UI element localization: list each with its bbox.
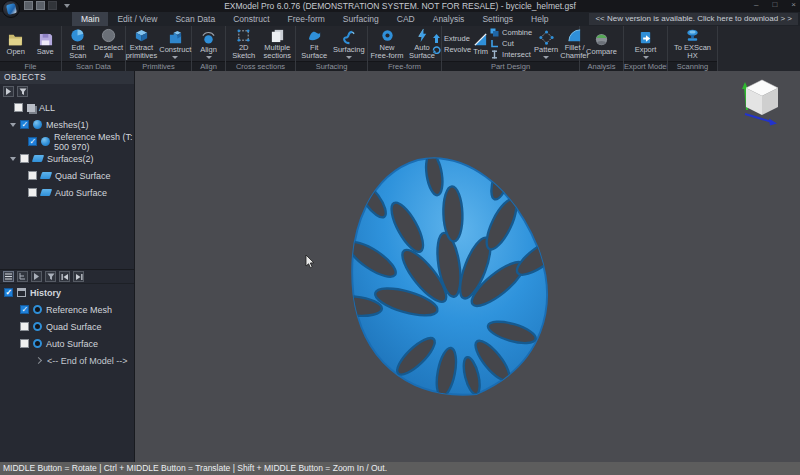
menu-cad[interactable]: CAD	[388, 12, 424, 26]
update-notification-link[interactable]: << New version is available. Click here …	[589, 13, 798, 25]
history-flag-icon[interactable]	[31, 271, 42, 282]
checkbox[interactable]	[4, 288, 13, 297]
pattern-button[interactable]: Pattern	[534, 29, 558, 59]
tree-item-history-reference-mesh[interactable]: Reference Mesh	[0, 301, 134, 318]
surfacing-button[interactable]: Surfacing	[333, 29, 366, 59]
ribbon-group-surfacing: Fit Surface Surfacing Surfacing	[296, 26, 368, 71]
construct-icon	[168, 30, 183, 45]
history-list-view-icon[interactable]	[3, 271, 14, 282]
extrude-button[interactable]: Extrude	[432, 34, 471, 43]
to-exscan-hx-button[interactable]: To EXScan HX	[671, 27, 715, 60]
history-icon	[17, 288, 26, 297]
ribbon-group-cross-sections: 2D Sketch Multiple sections Cross sectio…	[226, 26, 296, 71]
align-button[interactable]: Align	[194, 29, 223, 59]
menu-analysis[interactable]: Analysis	[424, 12, 474, 26]
navigation-cube[interactable]	[740, 77, 784, 127]
fit-surface-button[interactable]: Fit Surface	[298, 27, 331, 60]
history-tree-view-icon[interactable]	[17, 271, 28, 282]
tree-item-surfaces[interactable]: Surfaces(2)	[0, 150, 134, 167]
menu-surfacing[interactable]: Surfacing	[334, 12, 388, 26]
intersect-icon	[490, 50, 499, 59]
combine-button[interactable]: Combine	[490, 28, 532, 37]
checkbox[interactable]	[28, 188, 37, 197]
dropdown-caret-icon	[172, 56, 178, 59]
objects-tree: ALL Meshes(1) Reference Mesh (T: 500 970…	[0, 99, 134, 201]
menu-edit-view[interactable]: Edit / View	[108, 12, 166, 26]
menu-free-form[interactable]: Free-form	[279, 12, 334, 26]
tree-item-all[interactable]: ALL	[0, 99, 134, 116]
revolve-button[interactable]: Revolve	[432, 45, 471, 54]
checkbox[interactable]	[20, 339, 29, 348]
tree-item-reference-mesh[interactable]: Reference Mesh (T: 500 970)	[0, 133, 134, 150]
ribbon-group-align: Align Align	[192, 26, 226, 71]
extract-primitives-button[interactable]: Extract primitives	[126, 27, 158, 60]
objects-toolbar	[0, 84, 134, 99]
save-button[interactable]: Save	[32, 31, 60, 56]
tree-item-history-quad-surface[interactable]: Quad Surface	[0, 318, 134, 335]
dropdown-caret-icon	[346, 56, 352, 59]
ribbon-group-analysis: Compare Analysis	[580, 26, 624, 71]
show-all-flag-icon[interactable]	[3, 86, 14, 97]
export-button[interactable]: Export	[629, 29, 662, 59]
2d-sketch-button[interactable]: 2D Sketch	[228, 27, 260, 60]
checkbox[interactable]	[20, 120, 29, 129]
menu-settings[interactable]: Settings	[473, 12, 522, 26]
cut-button[interactable]: Cut	[490, 39, 532, 48]
tree-item-auto-surface[interactable]: Auto Surface	[0, 184, 134, 201]
ribbon-group-label: Export Model	[624, 61, 667, 71]
intersect-button[interactable]: Intersect	[490, 50, 532, 59]
end-of-model-icon	[35, 357, 42, 364]
auto-surface-lightning-icon	[415, 28, 430, 43]
checkbox[interactable]	[28, 137, 37, 146]
step-first-icon[interactable]	[59, 271, 70, 282]
tree-item-quad-surface[interactable]: Quad Surface	[0, 167, 134, 184]
close-button[interactable]: ×	[791, 0, 796, 9]
helmet-3d-model[interactable]	[303, 128, 588, 398]
tree-item-history-root[interactable]: History	[0, 284, 134, 301]
tree-item-history-auto-surface[interactable]: Auto Surface	[0, 335, 134, 352]
open-button[interactable]: Open	[2, 31, 30, 56]
ribbon-group-label: Part Design	[442, 61, 579, 71]
window-controls: – □ ×	[754, 0, 796, 9]
menu-main[interactable]: Main	[72, 12, 108, 26]
menu-construct[interactable]: Construct	[224, 12, 278, 26]
combine-icon	[490, 28, 499, 37]
checkbox[interactable]	[20, 305, 29, 314]
checkbox[interactable]	[28, 171, 37, 180]
revolve-icon	[432, 45, 441, 54]
2d-sketch-icon	[236, 28, 251, 43]
ribbon-group-scanning: To EXScan HX Scanning	[668, 26, 718, 71]
minimize-button[interactable]: –	[754, 0, 758, 9]
trim-button[interactable]: Trim	[473, 31, 488, 56]
edit-scan-button[interactable]: Edit Scan	[64, 27, 92, 60]
history-filter-icon[interactable]	[45, 271, 56, 282]
compare-button[interactable]: Compare	[585, 31, 618, 56]
export-icon	[638, 30, 653, 45]
menu-scan-data[interactable]: Scan Data	[166, 12, 224, 26]
ribbon-group-file: Open Save File	[0, 26, 62, 71]
new-free-form-icon	[380, 28, 395, 43]
checkbox[interactable]	[20, 154, 29, 163]
layers-icon	[27, 104, 35, 112]
app-logo-icon[interactable]	[2, 0, 20, 18]
deselect-all-button[interactable]: Deselect All	[94, 27, 123, 60]
step-last-icon[interactable]	[73, 271, 84, 282]
new-free-form-button[interactable]: New Free-form	[371, 27, 404, 60]
filter-icon[interactable]	[17, 86, 28, 97]
checkbox[interactable]	[20, 322, 29, 331]
cut-icon	[490, 39, 499, 48]
checkbox[interactable]	[14, 103, 23, 112]
expand-chevron-icon[interactable]	[10, 157, 16, 161]
mouse-cursor	[305, 255, 316, 269]
maximize-button[interactable]: □	[772, 0, 777, 9]
tree-item-meshes[interactable]: Meshes(1)	[0, 116, 134, 133]
extrude-icon	[432, 34, 441, 43]
construct-button[interactable]: Construct	[159, 29, 191, 59]
surface-icon	[40, 172, 52, 179]
history-toolbar	[0, 269, 134, 284]
expand-chevron-icon[interactable]	[10, 123, 16, 127]
multiple-sections-button[interactable]: Multiple sections	[262, 27, 294, 60]
menu-help[interactable]: Help	[522, 12, 557, 26]
viewport-3d[interactable]	[135, 71, 800, 462]
tree-item-end-of-model: <-- End of Model -->	[0, 352, 134, 369]
